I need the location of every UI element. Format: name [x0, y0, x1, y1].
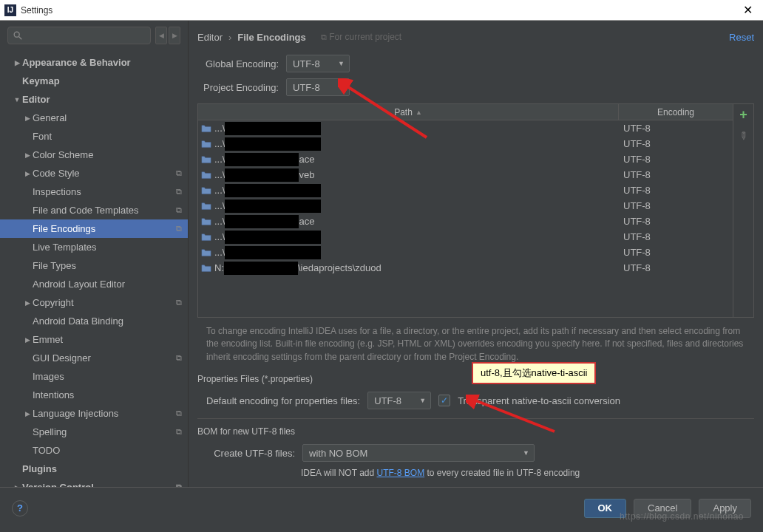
path-cell: ...\ [198, 184, 619, 197]
sidebar-item[interactable]: Android Data Binding [0, 312, 188, 330]
sidebar-item[interactable]: TODO [0, 441, 188, 460]
folder-icon [201, 170, 211, 180]
table-row[interactable]: ...\UTF-8 [198, 198, 733, 214]
sidebar-item[interactable]: ▶Code Style⧉ [0, 164, 188, 183]
sidebar-item-label: Plugins [22, 463, 57, 474]
redacted-block [225, 231, 321, 244]
sidebar-item[interactable]: Keymap [0, 72, 188, 90]
table-row[interactable]: ...\UTF-8 [198, 183, 733, 198]
sidebar-item-label: File and Code Templates [33, 205, 139, 216]
add-button[interactable]: + [739, 107, 747, 123]
sidebar-item[interactable]: Intentions [0, 386, 188, 404]
sidebar-item-label: Android Layout Editor [33, 279, 125, 290]
table-row[interactable]: ...\UTF-8 [198, 120, 733, 136]
folder-icon [201, 154, 211, 165]
sidebar-item[interactable]: Font [0, 127, 188, 146]
column-header-encoding[interactable]: Encoding [619, 104, 733, 120]
sidebar-item-label: Editor [22, 94, 50, 105]
sidebar-item[interactable]: ▶Appearance & Behavior [0, 53, 188, 72]
path-cell: ...\ [198, 231, 619, 244]
settings-sidebar: ◀ ▶ ▶Appearance & BehaviorKeymap▼Editor▶… [0, 21, 189, 487]
sidebar-item[interactable]: Images [0, 367, 188, 386]
folder-icon [201, 201, 211, 211]
sidebar-item[interactable]: Spelling⧉ [0, 423, 188, 441]
chevron-down-icon: ▼ [523, 449, 529, 457]
encoding-cell[interactable]: UTF-8 [619, 138, 733, 149]
help-button[interactable]: ? [12, 500, 28, 516]
utf8-bom-link[interactable]: UTF-8 BOM [376, 468, 424, 478]
tree-arrow-icon: ▶ [12, 484, 22, 488]
scope-icon: ⧉ [176, 409, 182, 418]
sidebar-item[interactable]: Plugins [0, 460, 188, 478]
sidebar-item[interactable]: File Encodings⧉ [0, 219, 188, 238]
table-row[interactable]: ...\aceUTF-8 [198, 151, 733, 167]
encoding-cell[interactable]: UTF-8 [619, 154, 733, 165]
sidebar-item-label: Emmet [33, 334, 63, 345]
global-encoding-combo[interactable]: UTF-8 ▼ [286, 55, 350, 72]
folder-icon [201, 139, 211, 149]
svg-point-0 [14, 32, 19, 37]
encoding-cell[interactable]: UTF-8 [619, 169, 733, 180]
edit-button[interactable]: ✎ [736, 129, 751, 143]
redacted-block [225, 246, 321, 259]
folder-icon [201, 248, 211, 258]
scope-icon: ⧉ [176, 427, 182, 437]
sidebar-item-label: Language Injections [33, 408, 118, 419]
table-row[interactable]: ...\UTF-8 [198, 136, 733, 151]
sidebar-item[interactable]: File and Code Templates⧉ [0, 201, 188, 219]
table-row[interactable]: ...\UTF-8 [198, 229, 733, 245]
chevron-down-icon: ▼ [338, 60, 345, 67]
sidebar-item[interactable]: ▶Language Injections⧉ [0, 404, 188, 423]
scope-icon: ⧉ [176, 353, 182, 363]
tree-arrow-icon: ▶ [22, 170, 33, 177]
native-to-ascii-checkbox[interactable]: ✓ [438, 395, 450, 406]
search-input[interactable] [7, 27, 151, 44]
encoding-cell[interactable]: UTF-8 [619, 231, 733, 242]
table-row[interactable]: N:\iedaprojects\zduodUTF-8 [198, 260, 733, 276]
sidebar-item[interactable]: ▶Color Scheme [0, 146, 188, 164]
sidebar-item[interactable]: ▶Copyright⧉ [0, 293, 188, 312]
sidebar-item[interactable]: Live Templates [0, 238, 188, 256]
settings-tree[interactable]: ▶Appearance & BehaviorKeymap▼Editor▶Gene… [0, 50, 188, 487]
sidebar-item[interactable]: ▼Editor [0, 90, 188, 109]
redacted-block [225, 200, 321, 213]
encoding-cell[interactable]: UTF-8 [619, 200, 733, 211]
table-row[interactable]: ...\UTF-8 [198, 245, 733, 260]
app-icon: IJ [4, 4, 16, 16]
sidebar-item[interactable]: ▶Emmet [0, 330, 188, 349]
breadcrumb-root[interactable]: Editor [197, 32, 223, 43]
encoding-cell[interactable]: UTF-8 [619, 185, 733, 196]
table-row[interactable]: ...\vebUTF-8 [198, 167, 733, 183]
sidebar-item-label: Inspections [33, 186, 81, 197]
svg-line-2 [344, 84, 427, 137]
sidebar-item[interactable]: ▶General [0, 109, 188, 127]
sidebar-item-label: Version Control [22, 482, 94, 487]
encoding-cell[interactable]: UTF-8 [619, 123, 733, 134]
create-utf8-combo[interactable]: with NO BOM ▼ [302, 444, 535, 462]
sidebar-item[interactable]: File Types [0, 256, 188, 275]
sidebar-item[interactable]: Inspections⧉ [0, 183, 188, 201]
search-prev-icon[interactable]: ◀ [155, 27, 167, 44]
redacted-block [225, 137, 321, 151]
path-cell: ...\ [198, 246, 619, 259]
default-encoding-label: Default encoding for properties files: [206, 395, 360, 406]
encoding-cell[interactable]: UTF-8 [619, 216, 733, 227]
encoding-cell[interactable]: UTF-8 [619, 247, 733, 258]
sidebar-item-label: Intentions [33, 389, 74, 400]
path-cell: ...\veb [198, 168, 619, 182]
sidebar-item[interactable]: Android Layout Editor [0, 275, 188, 293]
reset-link[interactable]: Reset [729, 32, 754, 43]
table-row[interactable]: ...\aceUTF-8 [198, 214, 733, 229]
folder-icon [201, 232, 211, 242]
close-button[interactable]: ✕ [736, 0, 759, 20]
breadcrumb-current: File Encodings [237, 32, 305, 43]
encoding-cell[interactable]: UTF-8 [619, 262, 733, 273]
properties-encoding-combo[interactable]: UTF-8 ▼ [367, 392, 431, 409]
sidebar-item[interactable]: GUI Designer⧉ [0, 349, 188, 367]
path-cell: ...\ace [198, 153, 619, 166]
sidebar-item-label: Live Templates [33, 242, 96, 253]
sidebar-item-label: TODO [33, 445, 60, 456]
sidebar-item[interactable]: ▶Version Control⧉ [0, 478, 188, 487]
search-next-icon[interactable]: ▶ [169, 27, 180, 44]
encoding-table[interactable]: Path▲ Encoding ...\UTF-8...\UTF-8...\ace… [197, 103, 733, 318]
